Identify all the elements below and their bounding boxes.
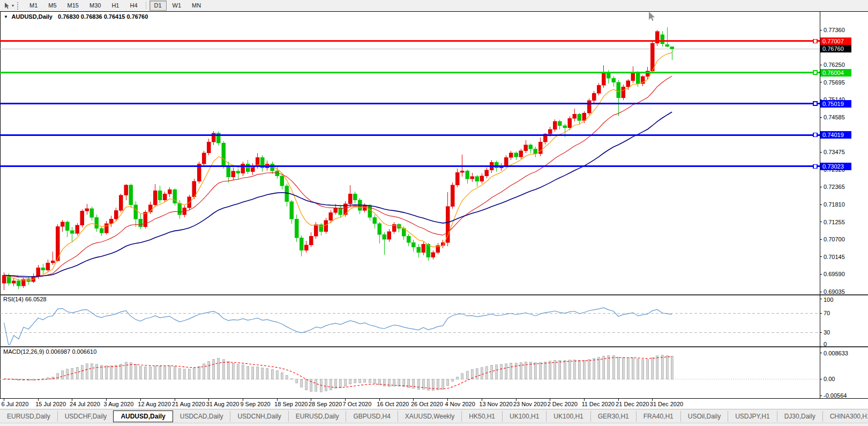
macd-histogram-bar bbox=[554, 360, 556, 379]
macd-histogram-bar bbox=[466, 371, 468, 379]
candle-body bbox=[417, 247, 421, 253]
tab-eurusd-daily-5[interactable]: EURUSD,Daily bbox=[288, 411, 346, 422]
macd-histogram-bar bbox=[573, 360, 575, 379]
date-axis[interactable]: 6 Jul 202015 Jul 202024 Jul 20203 Aug 20… bbox=[2, 399, 684, 407]
tab-usdcad-daily-3[interactable]: USDCAD,Daily bbox=[173, 411, 230, 422]
candle-body bbox=[85, 209, 89, 211]
candle-body bbox=[446, 207, 450, 243]
price-axis-label: 0.70700 bbox=[824, 236, 845, 242]
tab-uk100-h1-9[interactable]: UK100,H1 bbox=[502, 411, 546, 422]
candle-body bbox=[631, 73, 635, 81]
date-label: 7 Oct 2020 bbox=[343, 401, 372, 407]
level-line-handle[interactable] bbox=[813, 164, 817, 168]
price-badge: 0.76004 bbox=[820, 69, 851, 77]
candle-body bbox=[222, 143, 226, 165]
candle-body bbox=[514, 153, 518, 157]
tab-usdcnh-daily-4[interactable]: USDCNH,Daily bbox=[230, 411, 288, 422]
macd-histogram-bar bbox=[598, 357, 600, 379]
macd-histogram-bar bbox=[568, 360, 571, 379]
candle-body bbox=[329, 212, 333, 220]
macd-axis-label: -0.00564 bbox=[824, 392, 847, 399]
candle-body bbox=[2, 275, 6, 283]
chart-canvas[interactable]: 0.773600.762500.756950.751400.745850.734… bbox=[0, 0, 868, 409]
macd-histogram-bar bbox=[540, 362, 542, 379]
macd-indicator-label: MACD(12,26,9) 0.006987 0.006610 bbox=[3, 348, 96, 355]
candle-body bbox=[612, 78, 616, 82]
candle-body bbox=[563, 126, 567, 128]
candle-body bbox=[129, 185, 133, 205]
macd-histogram-bar bbox=[529, 362, 532, 379]
macd-histogram-bar bbox=[373, 379, 376, 384]
tab-audusd-daily-2[interactable]: AUDUSD,Daily bbox=[113, 410, 173, 422]
candle-body bbox=[553, 121, 557, 130]
macd-histogram-bar bbox=[452, 379, 454, 382]
price-badge: 0.74019 bbox=[820, 131, 851, 139]
chart-dropdown-caret-icon[interactable]: ▼ bbox=[4, 14, 8, 19]
tab-fra40-h1-12[interactable]: FRA40,H1 bbox=[636, 411, 680, 422]
macd-histogram-bar bbox=[183, 369, 185, 379]
macd-signal-line bbox=[4, 357, 672, 389]
macd-histogram-bar bbox=[257, 367, 259, 379]
level-line-handle[interactable] bbox=[813, 71, 817, 74]
candle-body bbox=[168, 189, 171, 194]
macd-histogram-bar bbox=[154, 366, 156, 379]
tab-dj30-daily-15[interactable]: DJ30,Daily bbox=[777, 411, 822, 422]
macd-histogram-bar bbox=[339, 379, 341, 387]
tab-usoil-daily-13[interactable]: USOil,Daily bbox=[680, 411, 728, 422]
macd-histogram-bar bbox=[505, 364, 507, 379]
tab-usdjpy-h1-14[interactable]: USDJPY,H1 bbox=[728, 411, 776, 422]
candle-body bbox=[602, 73, 605, 85]
tab-hk50-h1-8[interactable]: HK50,H1 bbox=[461, 411, 502, 422]
candle-body bbox=[178, 203, 182, 215]
macd-histogram-bar bbox=[583, 360, 585, 379]
macd-histogram-bar bbox=[593, 359, 595, 379]
macd-histogram-bar bbox=[481, 368, 483, 379]
price-axis-label: 0.77360 bbox=[824, 27, 845, 33]
tab-usdchf-daily-1[interactable]: USDCHF,Daily bbox=[57, 411, 114, 422]
candle-body bbox=[144, 212, 147, 227]
candle-body bbox=[90, 209, 94, 217]
date-label: 11 Dec 2020 bbox=[581, 401, 615, 407]
price-axis-label: 0.74585 bbox=[824, 114, 845, 120]
macd-histogram-bar bbox=[37, 379, 39, 379]
candle-body bbox=[485, 170, 489, 176]
tab-xauusd-weekly-7[interactable]: XAUUSD,Weekly bbox=[398, 411, 461, 422]
macd-histogram-bar bbox=[608, 355, 610, 379]
macd-histogram-bar bbox=[656, 356, 659, 379]
macd-histogram-bar bbox=[261, 368, 264, 379]
candle-body bbox=[114, 210, 118, 219]
macd-histogram-bar bbox=[266, 368, 268, 379]
tab-china300-h1-16[interactable]: CHINA300,H1 bbox=[822, 411, 868, 422]
candle-body bbox=[17, 281, 20, 286]
price-badge: 0.75019 bbox=[820, 100, 851, 108]
macd-histogram-bar bbox=[647, 360, 649, 379]
candle-body bbox=[466, 171, 469, 179]
price-badge-label: 0.76760 bbox=[822, 45, 844, 52]
candle-body bbox=[582, 113, 586, 120]
date-label: 18 Sep 2020 bbox=[274, 401, 308, 407]
date-label: 9 Sep 2020 bbox=[240, 401, 270, 407]
macd-group bbox=[0, 355, 820, 392]
macd-histogram-bar bbox=[286, 375, 288, 379]
macd-histogram-bar bbox=[134, 364, 137, 379]
tab-ger30-h1-11[interactable]: GER30,H1 bbox=[590, 411, 636, 422]
macd-histogram-bar bbox=[345, 379, 347, 386]
candle-body bbox=[509, 153, 513, 158]
level-line-handle[interactable] bbox=[813, 102, 817, 105]
tab-uk100-h1-10[interactable]: UK100,H1 bbox=[546, 411, 590, 422]
level-line-handle[interactable] bbox=[813, 39, 817, 43]
tab-gbpusd-h4-6[interactable]: GBPUSD,H4 bbox=[346, 411, 397, 422]
price-axis[interactable]: 0.773600.762500.756950.751400.745850.734… bbox=[820, 27, 851, 399]
chart-ohlc-values: 0.76830 0.76836 0.76415 0.76760 bbox=[58, 13, 148, 20]
macd-histogram-bar bbox=[271, 369, 273, 379]
level-line-handle[interactable] bbox=[813, 133, 817, 137]
candle-body bbox=[387, 232, 391, 240]
candle-body bbox=[607, 73, 610, 79]
candle-body bbox=[353, 194, 357, 200]
status-bar bbox=[0, 423, 868, 426]
candle-body bbox=[524, 145, 528, 151]
macd-histogram-bar bbox=[330, 379, 332, 390]
macd-histogram-bar bbox=[164, 366, 166, 379]
tab-eurusd-daily-0[interactable]: EURUSD,Daily bbox=[0, 411, 57, 422]
macd-histogram-bar bbox=[242, 365, 244, 379]
